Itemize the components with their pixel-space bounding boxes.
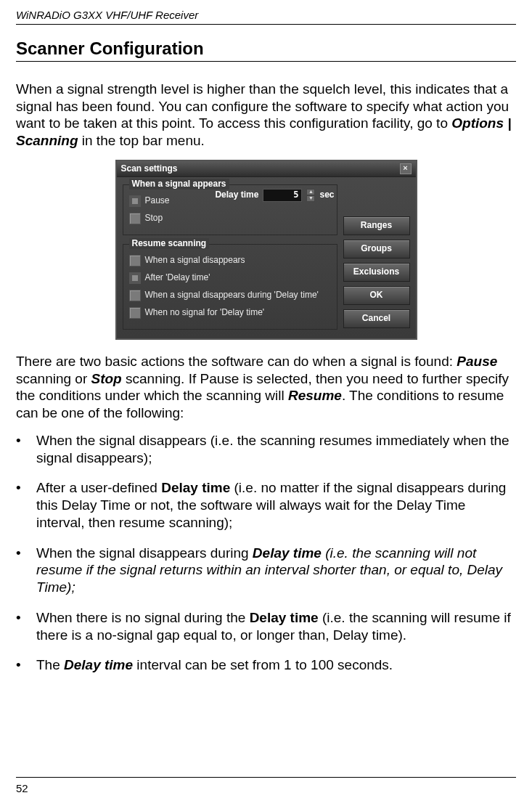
resume-scanning-group: Resume scanning When a signal disappears… bbox=[123, 244, 337, 330]
text: There are two basic actions the software… bbox=[16, 354, 457, 369]
bullet-text: When the signal disappears during Delay … bbox=[36, 545, 516, 596]
dialog-title-text: Scan settings bbox=[121, 163, 178, 174]
bullet-icon: • bbox=[16, 479, 36, 531]
resume-no-signal-label: When no signal for 'Delay time' bbox=[145, 307, 265, 318]
bullet-icon: • bbox=[16, 609, 36, 644]
text: The bbox=[36, 657, 64, 672]
term-resume: Resume bbox=[288, 388, 342, 403]
text: in the top bar menu. bbox=[78, 133, 205, 148]
scan-settings-dialog: Scan settings × Delay time 5 ▲ ▼ sec Whe… bbox=[115, 160, 417, 340]
dialog-titlebar: Scan settings × bbox=[117, 161, 416, 177]
text: When there is no signal during the bbox=[36, 610, 250, 625]
exclusions-button[interactable]: Exclusions bbox=[343, 263, 410, 282]
term-delay-time: Delay time bbox=[64, 657, 133, 672]
list-item: • When the signal disappears (i.e. the s… bbox=[16, 432, 516, 467]
term-delay-time: Delay time bbox=[253, 545, 322, 561]
pause-label: Pause bbox=[145, 195, 170, 206]
list-item: • When the signal disappears during Dela… bbox=[16, 545, 516, 596]
resume-disappears-label: When a signal disappears bbox=[145, 255, 245, 266]
text: interval can be set from 1 to 100 second… bbox=[133, 657, 393, 672]
list-item: • When there is no signal during the Del… bbox=[16, 609, 516, 644]
term-delay-time: Delay time bbox=[161, 480, 230, 495]
resume-after-delay-label: After 'Delay time' bbox=[145, 272, 210, 283]
bullet-text: When the signal disappears (i.e. the sca… bbox=[36, 432, 516, 467]
stop-label: Stop bbox=[145, 213, 163, 224]
resume-no-signal-checkbox[interactable] bbox=[129, 307, 141, 319]
list-item: • The Delay time interval can be set fro… bbox=[16, 656, 516, 674]
text: When the signal disappears during bbox=[36, 545, 253, 561]
text: scanning or bbox=[16, 371, 91, 386]
bullet-icon: • bbox=[16, 432, 36, 467]
group-title: When a signal appears bbox=[129, 179, 229, 190]
bullet-list: • When the signal disappears (i.e. the s… bbox=[16, 432, 516, 674]
section-title: Scanner Configuration bbox=[16, 38, 516, 62]
text: After a user-defined bbox=[36, 480, 161, 495]
page-footer: 52 bbox=[16, 777, 516, 796]
resume-disappears-checkbox[interactable] bbox=[129, 255, 141, 266]
screenshot-container: Scan settings × Delay time 5 ▲ ▼ sec Whe… bbox=[16, 160, 516, 340]
bullet-icon: • bbox=[16, 545, 36, 596]
term-pause: Pause bbox=[457, 354, 497, 369]
resume-disappears-during-label: When a signal disappears during 'Delay t… bbox=[145, 290, 319, 301]
page-number: 52 bbox=[16, 782, 28, 794]
intro-paragraph: When a signal strength level is higher t… bbox=[16, 81, 516, 150]
pause-checkbox[interactable] bbox=[129, 195, 141, 207]
cancel-button[interactable]: Cancel bbox=[343, 309, 410, 328]
resume-after-delay-checkbox[interactable] bbox=[129, 272, 141, 284]
ok-button[interactable]: OK bbox=[343, 286, 410, 305]
document-header: WiNRADiO G3XX VHF/UHF Receiver bbox=[16, 9, 516, 25]
bullet-text: When there is no signal during the Delay… bbox=[36, 609, 516, 644]
term-stop: Stop bbox=[91, 371, 122, 386]
term-delay-time: Delay time bbox=[250, 610, 319, 625]
paragraph-actions: There are two basic actions the software… bbox=[16, 353, 516, 422]
group-title: Resume scanning bbox=[129, 238, 210, 249]
text: When a signal strength level is higher t… bbox=[16, 81, 509, 131]
ranges-button[interactable]: Ranges bbox=[343, 216, 410, 235]
close-icon[interactable]: × bbox=[400, 163, 412, 174]
bullet-text: After a user-defined Delay time (i.e. no… bbox=[36, 479, 516, 531]
resume-disappears-during-checkbox[interactable] bbox=[129, 290, 141, 301]
bullet-text: The Delay time interval can be set from … bbox=[36, 656, 516, 674]
list-item: • After a user-defined Delay time (i.e. … bbox=[16, 479, 516, 531]
groups-button[interactable]: Groups bbox=[343, 240, 410, 259]
bullet-icon: • bbox=[16, 656, 36, 674]
when-signal-appears-group: When a signal appears Pause Stop bbox=[123, 184, 337, 235]
stop-checkbox[interactable] bbox=[129, 213, 141, 224]
